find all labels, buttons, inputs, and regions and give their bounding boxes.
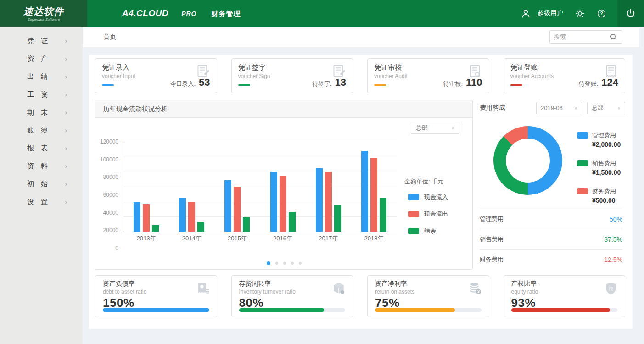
user-icon[interactable]: [521, 8, 531, 19]
legend-item-balance[interactable]: 结余: [403, 227, 462, 235]
card-title: 凭证登账: [510, 63, 619, 72]
sidebar-item-period-end[interactable]: 期 末›: [0, 104, 83, 122]
sidebar-item-settings[interactable]: 设 置›: [0, 193, 83, 211]
svg-text:?: ?: [600, 11, 603, 16]
expense-donut-chart: [493, 126, 562, 195]
sidebar-item-assets[interactable]: 资 产›: [0, 50, 83, 68]
main-content: 凭证录入 voucher Input 今日录入: 53 凭证签字 voucher…: [89, 55, 633, 329]
x-tick-label: 2015年: [214, 234, 260, 243]
selected-org: 总部: [592, 104, 604, 112]
expense-row-sales: 销售费用 37.5%: [480, 229, 622, 249]
legend-label: 现金流出: [424, 210, 448, 218]
accent-dash: [374, 84, 386, 86]
bar: [143, 204, 150, 232]
voucher-audit-card[interactable]: 凭证审核 voucher Audit 待审核: 110: [367, 58, 489, 93]
chart-org-select[interactable]: 总部 ∨: [411, 122, 459, 134]
sidebar-item-reports[interactable]: 报 表›: [0, 139, 83, 157]
bar-group: 2016年: [260, 142, 306, 232]
row-label: 销售费用: [480, 235, 504, 244]
sidebar-item-label: 账 簿: [27, 126, 48, 135]
card-subtitle: debt to asset ratio: [103, 289, 209, 295]
card-subtitle: equity ratio: [511, 289, 618, 295]
sidebar-item-voucher[interactable]: 凭 证›: [0, 32, 83, 50]
x-tick-label: 2013年: [123, 234, 169, 243]
expense-org-select[interactable]: 总部 ∨: [587, 102, 625, 114]
unit-label: 金额单位: 千元: [403, 178, 462, 186]
pagination-dot[interactable]: [275, 262, 278, 265]
receipt-icon: [195, 281, 211, 298]
bar-chart: 120000100000800006000040000200000 2013年2…: [100, 142, 399, 248]
chevron-down-icon: ∨: [617, 105, 621, 111]
cash-flow-chart-panel: 历年现金流动状况分析 总部 ∨ 120000100000800006000040…: [95, 100, 473, 270]
card-stat: 待签字: 13: [312, 77, 346, 89]
row-label: 财务费用: [480, 255, 504, 264]
bar: [370, 158, 377, 232]
y-tick-label: 60000: [100, 192, 118, 198]
settings-gear-icon[interactable]: [575, 9, 585, 18]
bar-group: 2015年: [214, 142, 260, 232]
row-percent: 12.5%: [604, 256, 622, 263]
expense-panel: 费用构成 2019-06 ∨ 总部 ∨ 管理费用 ¥2,000.00: [480, 100, 625, 270]
voucher-input-card[interactable]: 凭证录入 voucher Input 今日录入: 53: [95, 58, 217, 93]
legend-item-outflow[interactable]: 现金流出: [403, 210, 462, 218]
sidebar-item-label: 工 资: [27, 90, 48, 99]
expense-row-management: 管理费用 50%: [480, 209, 622, 229]
chart-panel-title: 历年现金流动状况分析: [95, 100, 472, 118]
card-stat: 待登账: 124: [579, 77, 618, 89]
legend-item-inflow[interactable]: 现金流入: [403, 193, 462, 201]
voucher-post-card[interactable]: 凭证登账 voucher Accounts 待登账: 124: [504, 58, 626, 93]
breadcrumb-home[interactable]: 首页: [103, 33, 116, 41]
card-stat: 今日录入: 53: [170, 77, 210, 89]
logo-title: 速达软件: [23, 5, 64, 18]
expense-row-finance: 财务费用 12.5%: [480, 249, 622, 269]
voucher-sign-card[interactable]: 凭证签字 voucher Sign 待签字: 13: [231, 58, 353, 93]
current-user-name[interactable]: 超级用户: [538, 9, 563, 17]
logo[interactable]: 速达软件 Superdata Software: [0, 0, 87, 27]
sidebar-item-data[interactable]: 资 料›: [0, 157, 83, 175]
expense-period-select[interactable]: 2019-06 ∨: [536, 102, 582, 114]
pagination-dot[interactable]: [267, 261, 270, 265]
sidebar-item-label: 设 置: [27, 198, 48, 206]
product-area: A4.CLOUD PRO 财务管理: [122, 8, 241, 18]
x-tick-label: 2018年: [351, 234, 397, 243]
legend-swatch: [408, 211, 419, 217]
bar: [234, 187, 241, 232]
legend-amount: ¥1,500.00: [592, 169, 621, 176]
sidebar-item-initial[interactable]: 初 始›: [0, 175, 83, 193]
product-name: A4.CLOUD: [122, 8, 168, 18]
equity-ratio-card[interactable]: 产权比率 equity ratio 93% R: [504, 275, 626, 317]
bar-group: 2013年: [123, 142, 169, 232]
bar: [316, 168, 323, 232]
debt-to-asset-card[interactable]: 资产负债率 debt to asset ratio 150%: [95, 275, 217, 317]
bar-group: 2014年: [169, 142, 214, 232]
expense-header: 费用构成 2019-06 ∨ 总部 ∨: [480, 100, 625, 116]
chevron-right-icon: ›: [65, 91, 67, 99]
pagination-dot[interactable]: [299, 262, 302, 265]
stat-label: 待审核:: [443, 80, 463, 88]
bar: [134, 202, 140, 232]
stat-value: 110: [466, 77, 482, 89]
chevron-right-icon: ›: [65, 37, 67, 45]
legend-swatch: [577, 160, 588, 166]
help-icon[interactable]: ?: [597, 9, 606, 18]
search-input[interactable]: [554, 33, 610, 40]
logo-subtitle: Superdata Software: [28, 17, 60, 22]
card-subtitle: return on assets: [375, 289, 482, 295]
sidebar-item-payroll[interactable]: 工 资›: [0, 86, 83, 104]
inventory-turnover-card[interactable]: 存货周转率 Inventory turnover ratio 80%: [231, 275, 353, 317]
bar: [179, 198, 186, 232]
search-icon[interactable]: [610, 33, 617, 41]
chevron-right-icon: ›: [65, 180, 67, 189]
pagination-dot[interactable]: [283, 262, 286, 265]
progress-fill: [239, 308, 324, 312]
sidebar-item-label: 期 末: [27, 108, 48, 117]
bar-chart-legend: 金额单位: 千元 现金流入 现金流出 结余: [403, 178, 462, 244]
sidebar-item-cashier[interactable]: 出 纳›: [0, 68, 83, 86]
sidebar-item-ledgers[interactable]: 账 簿›: [0, 122, 83, 139]
logout-power-icon[interactable]: [617, 0, 644, 27]
legend-item-management: 管理费用 ¥2,000.00: [577, 131, 621, 148]
pagination-dot[interactable]: [291, 262, 294, 265]
return-on-assets-card[interactable]: 资产净利率 return on assets 75% ¥: [367, 275, 489, 317]
accent-dash: [102, 84, 114, 86]
y-tick-label: 80000: [100, 174, 118, 180]
